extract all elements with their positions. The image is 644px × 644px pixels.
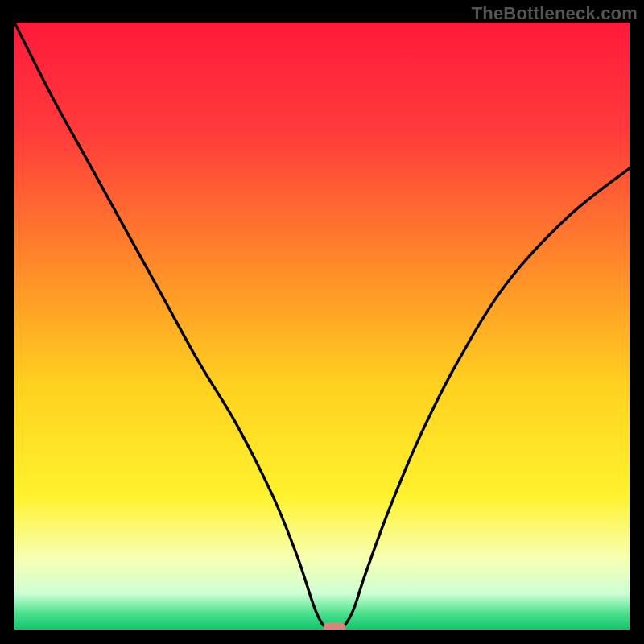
optimal-marker: [323, 622, 345, 630]
plot-area: [14, 23, 630, 630]
gradient-backdrop: [14, 23, 630, 630]
watermark-label: TheBottleneck.com: [472, 3, 638, 24]
chart-frame: TheBottleneck.com: [0, 0, 644, 644]
bottleneck-chart: [14, 23, 630, 630]
